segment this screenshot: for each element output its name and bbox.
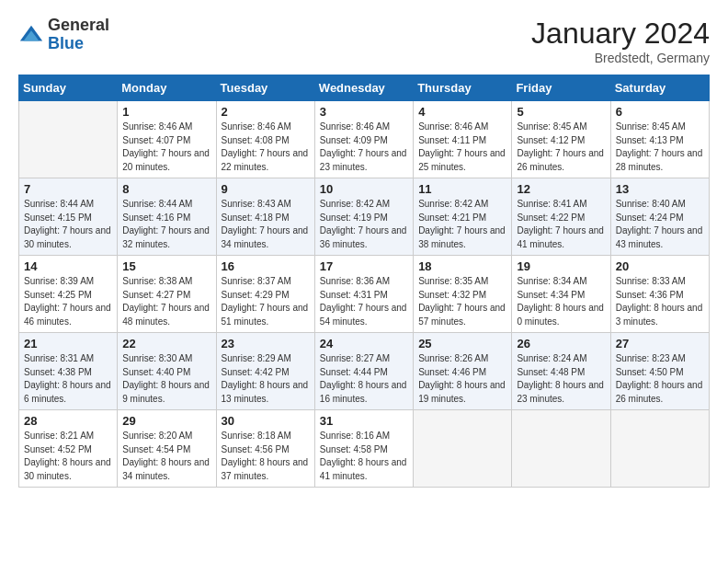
- day-detail: Sunrise: 8:16 AMSunset: 4:58 PMDaylight:…: [320, 430, 408, 483]
- calendar-week-4: 21Sunrise: 8:31 AMSunset: 4:38 PMDayligh…: [19, 333, 710, 410]
- header-tuesday: Tuesday: [216, 75, 314, 101]
- day-detail: Sunrise: 8:24 AMSunset: 4:48 PMDaylight:…: [517, 352, 605, 406]
- day-number: 8: [122, 182, 210, 196]
- calendar-table: Sunday Monday Tuesday Wednesday Thursday…: [18, 75, 710, 488]
- day-detail: Sunrise: 8:33 AMSunset: 4:36 PMDaylight:…: [616, 275, 704, 328]
- day-detail: Sunrise: 8:21 AMSunset: 4:52 PMDaylight:…: [24, 430, 112, 483]
- day-detail: Sunrise: 8:37 AMSunset: 4:29 PMDaylight:…: [222, 275, 310, 328]
- calendar-page: General Blue January 2024 Bredstedt, Ger…: [0, 0, 728, 563]
- calendar-cell: 5Sunrise: 8:45 AMSunset: 4:12 PMDaylight…: [512, 101, 610, 178]
- day-detail: Sunrise: 8:44 AMSunset: 4:16 PMDaylight:…: [122, 198, 210, 251]
- calendar-week-1: 1Sunrise: 8:46 AMSunset: 4:07 PMDaylight…: [19, 101, 710, 178]
- calendar-cell: 12Sunrise: 8:41 AMSunset: 4:22 PMDayligh…: [512, 178, 610, 256]
- calendar-cell: 4Sunrise: 8:46 AMSunset: 4:11 PMDaylight…: [414, 101, 512, 178]
- day-detail: Sunrise: 8:40 AMSunset: 4:24 PMDaylight:…: [616, 198, 704, 251]
- day-number: 1: [122, 105, 210, 119]
- day-number: 27: [616, 337, 704, 350]
- calendar-cell: 16Sunrise: 8:37 AMSunset: 4:29 PMDayligh…: [216, 256, 314, 333]
- calendar-cell: 7Sunrise: 8:44 AMSunset: 4:15 PMDaylight…: [19, 178, 118, 256]
- calendar-cell: 10Sunrise: 8:42 AMSunset: 4:19 PMDayligh…: [314, 178, 413, 256]
- calendar-cell: 9Sunrise: 8:43 AMSunset: 4:18 PMDaylight…: [216, 178, 314, 256]
- day-number: 30: [222, 414, 310, 428]
- calendar-cell: 6Sunrise: 8:45 AMSunset: 4:13 PMDaylight…: [610, 101, 709, 178]
- calendar-cell: [414, 410, 512, 488]
- calendar-cell: 15Sunrise: 8:38 AMSunset: 4:27 PMDayligh…: [118, 256, 216, 333]
- title-block: January 2024 Bredstedt, Germany: [531, 17, 710, 65]
- day-number: 28: [24, 414, 112, 428]
- day-detail: Sunrise: 8:42 AMSunset: 4:21 PMDaylight:…: [418, 198, 506, 251]
- day-detail: Sunrise: 8:42 AMSunset: 4:19 PMDaylight:…: [320, 198, 408, 251]
- header-saturday: Saturday: [610, 75, 709, 101]
- day-detail: Sunrise: 8:43 AMSunset: 4:18 PMDaylight:…: [222, 198, 310, 251]
- day-number: 21: [24, 337, 112, 350]
- day-number: 9: [222, 182, 310, 196]
- day-number: 16: [222, 259, 310, 273]
- day-detail: Sunrise: 8:35 AMSunset: 4:32 PMDaylight:…: [418, 275, 506, 328]
- day-number: 18: [418, 259, 506, 273]
- day-number: 10: [320, 182, 408, 196]
- weekday-header-row: Sunday Monday Tuesday Wednesday Thursday…: [19, 75, 710, 101]
- day-number: 24: [320, 337, 408, 350]
- day-number: 2: [222, 105, 310, 119]
- day-number: 17: [320, 259, 408, 273]
- calendar-cell: [512, 410, 610, 488]
- day-number: 6: [616, 105, 704, 119]
- header-sunday: Sunday: [19, 75, 118, 101]
- calendar-cell: 25Sunrise: 8:26 AMSunset: 4:46 PMDayligh…: [414, 333, 512, 410]
- calendar-cell: 3Sunrise: 8:46 AMSunset: 4:09 PMDaylight…: [314, 101, 413, 178]
- day-number: 19: [517, 259, 605, 273]
- calendar-cell: 2Sunrise: 8:46 AMSunset: 4:08 PMDaylight…: [216, 101, 314, 178]
- day-detail: Sunrise: 8:23 AMSunset: 4:50 PMDaylight:…: [616, 352, 704, 406]
- calendar-cell: 17Sunrise: 8:36 AMSunset: 4:31 PMDayligh…: [314, 256, 413, 333]
- day-number: 13: [616, 182, 704, 196]
- calendar-cell: 22Sunrise: 8:30 AMSunset: 4:40 PMDayligh…: [118, 333, 216, 410]
- day-detail: Sunrise: 8:45 AMSunset: 4:12 PMDaylight:…: [517, 121, 605, 174]
- logo-blue: Blue: [48, 35, 109, 53]
- day-number: 31: [320, 414, 408, 428]
- calendar-cell: 21Sunrise: 8:31 AMSunset: 4:38 PMDayligh…: [19, 333, 118, 410]
- day-detail: Sunrise: 8:41 AMSunset: 4:22 PMDaylight:…: [517, 198, 605, 251]
- calendar-cell: 29Sunrise: 8:20 AMSunset: 4:54 PMDayligh…: [118, 410, 216, 488]
- calendar-cell: 1Sunrise: 8:46 AMSunset: 4:07 PMDaylight…: [118, 101, 216, 178]
- day-number: 22: [122, 337, 210, 350]
- day-detail: Sunrise: 8:38 AMSunset: 4:27 PMDaylight:…: [122, 275, 210, 328]
- calendar-cell: 30Sunrise: 8:18 AMSunset: 4:56 PMDayligh…: [216, 410, 314, 488]
- day-detail: Sunrise: 8:39 AMSunset: 4:25 PMDaylight:…: [24, 275, 112, 328]
- day-number: 25: [418, 337, 506, 350]
- day-number: 15: [122, 259, 210, 273]
- calendar-week-2: 7Sunrise: 8:44 AMSunset: 4:15 PMDaylight…: [19, 178, 710, 256]
- logo-text: General Blue: [48, 17, 109, 53]
- header-wednesday: Wednesday: [314, 75, 413, 101]
- calendar-subtitle: Bredstedt, Germany: [531, 51, 710, 65]
- calendar-cell: 8Sunrise: 8:44 AMSunset: 4:16 PMDaylight…: [118, 178, 216, 256]
- calendar-cell: 24Sunrise: 8:27 AMSunset: 4:44 PMDayligh…: [314, 333, 413, 410]
- day-number: 23: [222, 337, 310, 350]
- day-detail: Sunrise: 8:34 AMSunset: 4:34 PMDaylight:…: [517, 275, 605, 328]
- calendar-week-5: 28Sunrise: 8:21 AMSunset: 4:52 PMDayligh…: [19, 410, 710, 488]
- day-number: 5: [517, 105, 605, 119]
- day-detail: Sunrise: 8:18 AMSunset: 4:56 PMDaylight:…: [222, 430, 310, 483]
- day-detail: Sunrise: 8:20 AMSunset: 4:54 PMDaylight:…: [122, 430, 210, 483]
- day-detail: Sunrise: 8:26 AMSunset: 4:46 PMDaylight:…: [418, 352, 506, 406]
- calendar-title: January 2024: [531, 17, 710, 51]
- calendar-cell: 11Sunrise: 8:42 AMSunset: 4:21 PMDayligh…: [414, 178, 512, 256]
- day-number: 11: [418, 182, 506, 196]
- header-friday: Friday: [512, 75, 610, 101]
- calendar-cell: [610, 410, 709, 488]
- day-detail: Sunrise: 8:46 AMSunset: 4:08 PMDaylight:…: [222, 121, 310, 174]
- calendar-cell: 31Sunrise: 8:16 AMSunset: 4:58 PMDayligh…: [314, 410, 413, 488]
- header-thursday: Thursday: [414, 75, 512, 101]
- calendar-cell: 18Sunrise: 8:35 AMSunset: 4:32 PMDayligh…: [414, 256, 512, 333]
- calendar-cell: 20Sunrise: 8:33 AMSunset: 4:36 PMDayligh…: [610, 256, 709, 333]
- day-number: 12: [517, 182, 605, 196]
- day-detail: Sunrise: 8:36 AMSunset: 4:31 PMDaylight:…: [320, 275, 408, 328]
- calendar-cell: 27Sunrise: 8:23 AMSunset: 4:50 PMDayligh…: [610, 333, 709, 410]
- calendar-cell: 26Sunrise: 8:24 AMSunset: 4:48 PMDayligh…: [512, 333, 610, 410]
- day-detail: Sunrise: 8:30 AMSunset: 4:40 PMDaylight:…: [122, 352, 210, 406]
- day-number: 3: [320, 105, 408, 119]
- calendar-cell: 14Sunrise: 8:39 AMSunset: 4:25 PMDayligh…: [19, 256, 118, 333]
- day-number: 29: [122, 414, 210, 428]
- day-detail: Sunrise: 8:27 AMSunset: 4:44 PMDaylight:…: [320, 352, 408, 406]
- day-detail: Sunrise: 8:46 AMSunset: 4:11 PMDaylight:…: [418, 121, 506, 174]
- logo-icon: [18, 22, 44, 48]
